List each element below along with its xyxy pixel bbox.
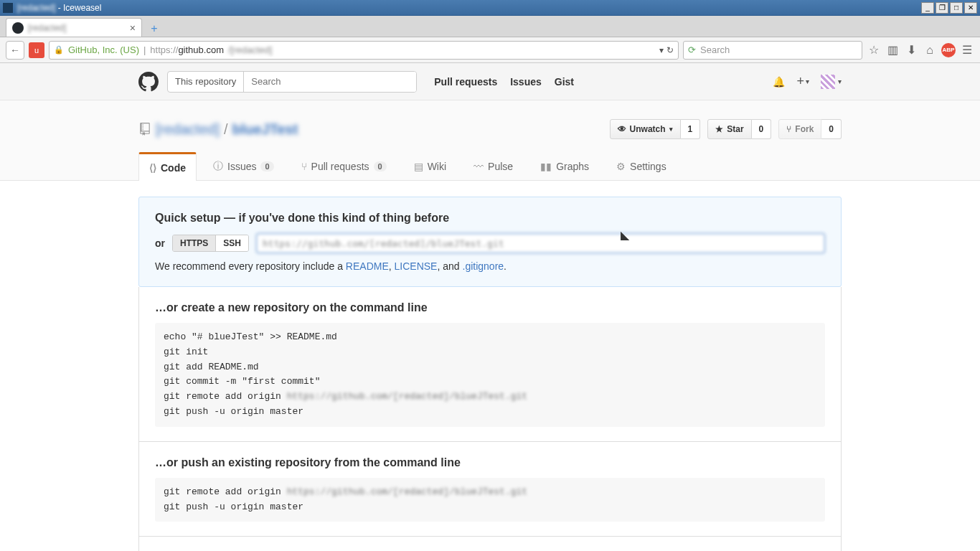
search-context[interactable]: This repository <box>168 72 244 92</box>
adblock-icon[interactable]: ABP <box>941 43 956 57</box>
pulse-icon: 〰 <box>473 161 484 172</box>
recommend-text: We recommend every repository include a … <box>155 260 825 272</box>
ublock-icon[interactable]: u <box>29 42 44 58</box>
tab-wiki[interactable]: ▤ Wiki <box>403 152 457 180</box>
repo-owner-link[interactable]: [redacted] <box>156 121 220 138</box>
unwatch-button[interactable]: 👁 Unwatch ▾ <box>610 119 681 139</box>
github-logo-icon[interactable] <box>138 72 159 92</box>
pr-icon: ⑂ <box>301 161 307 172</box>
github-search[interactable]: This repository <box>167 71 417 93</box>
push-heading: …or push an existing repository from the… <box>155 456 825 469</box>
quick-setup-box: Quick setup — if you've done this kind o… <box>138 197 842 287</box>
create-heading: …or create a new repository on the comma… <box>155 301 825 314</box>
push-code[interactable]: git remote add origin https://github.com… <box>155 478 825 522</box>
graph-icon: ▮▮ <box>540 161 552 172</box>
repo-title: [redacted] / blueJTest <box>138 121 298 138</box>
create-new-dropdown[interactable]: +▾ <box>796 74 809 89</box>
push-repo-section: …or push an existing repository from the… <box>138 442 842 537</box>
reload-button[interactable]: ↻ <box>666 45 674 55</box>
minimize-button[interactable]: _ <box>921 2 934 14</box>
user-menu[interactable]: ▾ <box>821 75 842 89</box>
eye-icon: 👁 <box>618 124 626 134</box>
tab-settings[interactable]: ⚙ Settings <box>606 152 677 180</box>
avatar <box>821 75 835 89</box>
issue-icon: ⓘ <box>213 160 223 173</box>
url-bar[interactable]: 🔒 GitHub, Inc. (US) | https://github.com… <box>49 41 679 60</box>
dropdown-icon[interactable]: ▾ <box>659 45 664 55</box>
or-label: or <box>155 237 165 249</box>
lock-icon: 🔒 <box>54 45 64 55</box>
star-icon: ★ <box>715 124 723 134</box>
tab-strip: [redacted] × + <box>0 16 980 37</box>
downloads-icon[interactable]: ⬇ <box>904 43 918 57</box>
repo-icon <box>138 123 151 136</box>
protocol-toggle: HTTPS SSH <box>172 235 249 252</box>
new-tab-button[interactable]: + <box>145 21 164 37</box>
maximize-button[interactable]: □ <box>950 2 963 14</box>
quick-setup-heading: Quick setup — if you've done this kind o… <box>155 212 825 225</box>
create-code[interactable]: echo "# blueJTest" >> README.md git init… <box>155 323 825 427</box>
close-window-button[interactable]: ✕ <box>964 2 977 14</box>
clone-url-field[interactable] <box>256 233 825 253</box>
repo-name-link[interactable]: blueJTest <box>232 121 298 138</box>
readme-link[interactable]: README <box>346 260 389 272</box>
github-favicon <box>12 22 24 34</box>
star-button[interactable]: ★ Star <box>707 119 751 139</box>
tab-issues[interactable]: ⓘ Issues 0 <box>202 152 285 180</box>
library-icon[interactable]: ▥ <box>885 43 900 57</box>
browser-tab[interactable]: [redacted] × <box>6 18 142 37</box>
github-header: This repository Pull requests Issues Gis… <box>0 63 980 100</box>
import-section: …or import code from another repository … <box>138 537 842 551</box>
window-titlebar: [redacted] - Iceweasel _ ❐ □ ✕ <box>0 0 980 16</box>
tab-graphs[interactable]: ▮▮ Graphs <box>529 152 600 180</box>
tab-code[interactable]: ⟨⟩ Code <box>138 152 197 181</box>
gear-icon: ⚙ <box>616 161 626 172</box>
star-button-group: ★ Star 0 <box>707 119 771 139</box>
app-icon <box>3 3 13 13</box>
star-count[interactable]: 0 <box>752 119 772 139</box>
back-button[interactable]: ← <box>6 41 24 60</box>
nav-issues[interactable]: Issues <box>510 76 542 88</box>
bookmark-star-icon[interactable]: ☆ <box>867 43 881 57</box>
window-title: [redacted] - Iceweasel <box>17 3 921 13</box>
browser-search[interactable]: ⟳ Search <box>683 41 862 60</box>
watch-button-group: 👁 Unwatch ▾ 1 <box>610 119 701 139</box>
tab-close-button[interactable]: × <box>130 22 136 34</box>
search-engine-icon: ⟳ <box>688 44 696 55</box>
license-link[interactable]: LICENSE <box>395 260 438 272</box>
fork-icon: ⑂ <box>786 124 791 134</box>
home-icon[interactable]: ⌂ <box>923 43 937 57</box>
tab-pull-requests[interactable]: ⑂ Pull requests 0 <box>291 152 397 180</box>
tab-pulse[interactable]: 〰 Pulse <box>463 152 524 180</box>
notifications-bell-icon[interactable]: 🔔 <box>773 76 785 88</box>
repo-tabs: ⟨⟩ Code ⓘ Issues 0 ⑂ Pull requests 0 ▤ W… <box>138 152 842 180</box>
fork-button-group: ⑂ Fork 0 <box>778 119 842 139</box>
browser-toolbar: ← u 🔒 GitHub, Inc. (US) | https://github… <box>0 37 980 63</box>
gitignore-link[interactable]: .gitignore <box>463 260 504 272</box>
create-repo-section: …or create a new repository on the comma… <box>138 287 842 442</box>
restore-button[interactable]: ❐ <box>936 2 948 14</box>
https-button[interactable]: HTTPS <box>173 235 216 251</box>
menu-icon[interactable]: ☰ <box>960 43 974 57</box>
book-icon: ▤ <box>414 161 423 172</box>
repo-header: [redacted] / blueJTest 👁 Unwatch ▾ 1 ★ <box>0 100 980 181</box>
nav-pull-requests[interactable]: Pull requests <box>434 76 497 88</box>
nav-gist[interactable]: Gist <box>555 76 574 88</box>
site-identity: GitHub, Inc. (US) <box>68 44 139 55</box>
watchers-count[interactable]: 1 <box>681 119 701 139</box>
fork-count[interactable]: 0 <box>821 119 842 139</box>
github-search-input[interactable] <box>244 72 416 92</box>
fork-button[interactable]: ⑂ Fork <box>778 119 821 139</box>
code-icon: ⟨⟩ <box>149 162 156 174</box>
tab-label: [redacted] <box>28 23 126 33</box>
ssh-button[interactable]: SSH <box>216 235 248 251</box>
